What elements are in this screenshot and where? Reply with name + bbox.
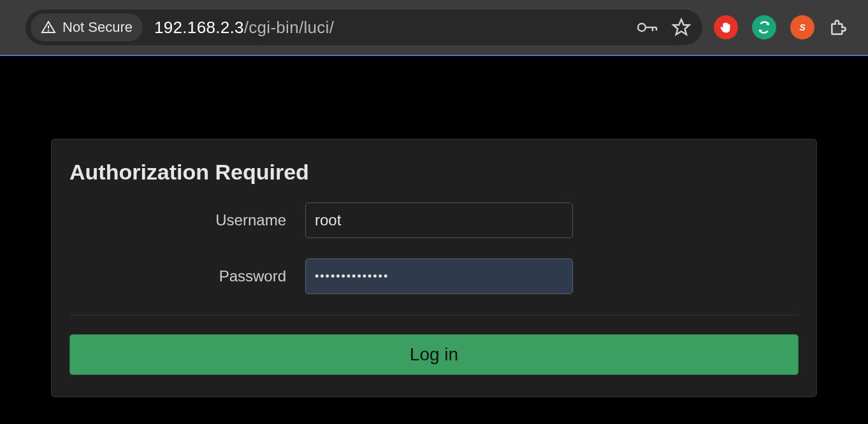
page-title: Authorization Required [69, 160, 799, 185]
warning-triangle-icon [41, 20, 56, 35]
url-text[interactable]: 192.168.2.3/cgi-bin/luci/ [154, 18, 625, 38]
password-label: Password [69, 267, 305, 285]
lightning-icon[interactable]: S [790, 15, 814, 39]
svg-marker-6 [674, 20, 690, 35]
hand-block-icon[interactable] [714, 15, 738, 39]
login-button[interactable]: Log in [69, 334, 799, 375]
auth-card: Authorization Required Username Password… [51, 139, 817, 397]
toolbar-right: S [714, 15, 849, 39]
sync-icon[interactable] [752, 15, 776, 39]
divider [69, 314, 799, 315]
username-label: Username [69, 211, 305, 229]
not-secure-label: Not Secure [62, 19, 133, 36]
address-pill[interactable]: Not Secure 192.168.2.3/cgi-bin/luci/ [25, 10, 702, 45]
svg-point-2 [638, 24, 646, 31]
password-input[interactable] [305, 258, 573, 294]
svg-point-1 [48, 31, 49, 31]
username-input[interactable] [305, 202, 573, 238]
username-row: Username [69, 202, 799, 238]
browser-address-bar: Not Secure 192.168.2.3/cgi-bin/luci/ [0, 0, 868, 56]
not-secure-chip[interactable]: Not Secure [31, 13, 143, 41]
star-icon[interactable] [672, 18, 691, 37]
url-path: /cgi-bin/luci/ [244, 18, 334, 37]
svg-text:S: S [799, 23, 806, 32]
page-content: Authorization Required Username Password… [0, 56, 868, 397]
key-icon[interactable] [636, 20, 658, 35]
address-right-icons [636, 18, 691, 37]
password-row: Password [69, 258, 799, 294]
url-host: 192.168.2.3 [154, 18, 244, 37]
puzzle-icon[interactable] [828, 17, 849, 38]
